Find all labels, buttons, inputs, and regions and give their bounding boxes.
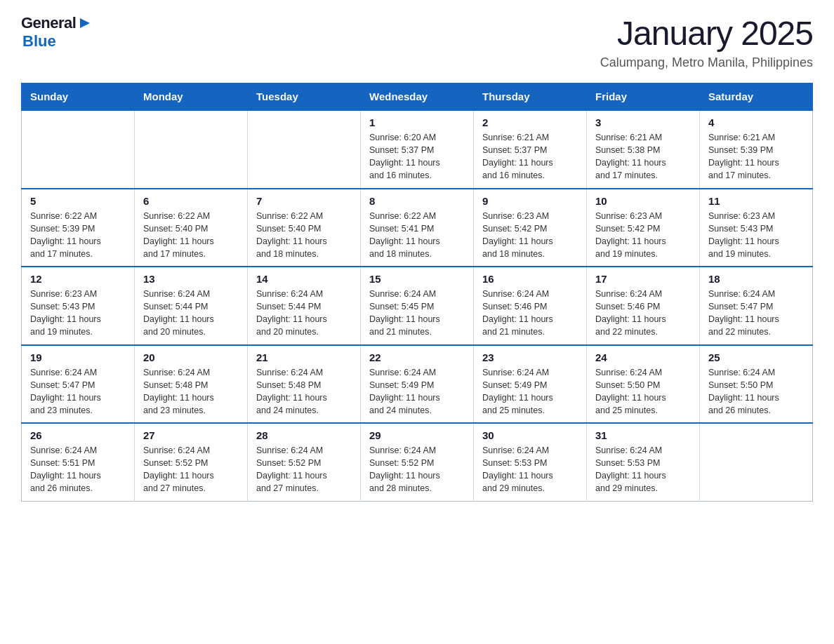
calendar-cell-w1-d4: 1Sunrise: 6:20 AMSunset: 5:37 PMDaylight… xyxy=(361,110,474,189)
calendar-cell-w1-d5: 2Sunrise: 6:21 AMSunset: 5:37 PMDaylight… xyxy=(474,110,587,189)
calendar-table: SundayMondayTuesdayWednesdayThursdayFrid… xyxy=(21,83,813,502)
calendar-cell-w4-d3: 21Sunrise: 6:24 AMSunset: 5:48 PMDayligh… xyxy=(248,345,361,424)
day-number: 21 xyxy=(256,351,352,363)
day-number: 5 xyxy=(30,195,126,207)
header-monday: Monday xyxy=(135,83,248,111)
logo-blue-text: Blue xyxy=(22,32,56,51)
day-info: Sunrise: 6:21 AMSunset: 5:38 PMDaylight:… xyxy=(595,131,691,182)
day-info: Sunrise: 6:24 AMSunset: 5:52 PMDaylight:… xyxy=(369,444,465,495)
day-info: Sunrise: 6:23 AMSunset: 5:42 PMDaylight:… xyxy=(595,210,691,261)
day-number: 3 xyxy=(595,116,691,128)
logo-general-text: General xyxy=(21,14,76,32)
calendar-cell-w4-d7: 25Sunrise: 6:24 AMSunset: 5:50 PMDayligh… xyxy=(700,345,813,424)
header-thursday: Thursday xyxy=(474,83,587,111)
day-info: Sunrise: 6:24 AMSunset: 5:51 PMDaylight:… xyxy=(30,444,126,495)
day-info: Sunrise: 6:24 AMSunset: 5:46 PMDaylight:… xyxy=(595,288,691,339)
day-number: 31 xyxy=(595,429,691,441)
calendar-cell-w5-d4: 29Sunrise: 6:24 AMSunset: 5:52 PMDayligh… xyxy=(361,423,474,501)
day-number: 30 xyxy=(482,429,578,441)
day-number: 2 xyxy=(482,116,578,128)
title-block: January 2025 Calumpang, Metro Manila, Ph… xyxy=(600,14,813,70)
day-number: 4 xyxy=(708,116,804,128)
day-number: 10 xyxy=(595,195,691,207)
calendar-week-3: 12Sunrise: 6:23 AMSunset: 5:43 PMDayligh… xyxy=(22,267,813,345)
calendar-cell-w2-d1: 5Sunrise: 6:22 AMSunset: 5:39 PMDaylight… xyxy=(22,189,135,267)
calendar-cell-w3-d3: 14Sunrise: 6:24 AMSunset: 5:44 PMDayligh… xyxy=(248,267,361,345)
calendar-cell-w5-d2: 27Sunrise: 6:24 AMSunset: 5:52 PMDayligh… xyxy=(135,423,248,501)
header-wednesday: Wednesday xyxy=(361,83,474,111)
day-number: 28 xyxy=(256,429,352,441)
svg-marker-0 xyxy=(80,18,90,28)
day-number: 8 xyxy=(369,195,465,207)
calendar-cell-w5-d3: 28Sunrise: 6:24 AMSunset: 5:52 PMDayligh… xyxy=(248,423,361,501)
header-tuesday: Tuesday xyxy=(248,83,361,111)
day-info: Sunrise: 6:24 AMSunset: 5:47 PMDaylight:… xyxy=(708,288,804,339)
day-info: Sunrise: 6:24 AMSunset: 5:49 PMDaylight:… xyxy=(482,366,578,417)
day-info: Sunrise: 6:23 AMSunset: 5:42 PMDaylight:… xyxy=(482,210,578,261)
day-info: Sunrise: 6:21 AMSunset: 5:37 PMDaylight:… xyxy=(482,131,578,182)
day-info: Sunrise: 6:22 AMSunset: 5:39 PMDaylight:… xyxy=(30,210,126,261)
day-number: 23 xyxy=(482,351,578,363)
day-number: 1 xyxy=(369,116,465,128)
day-info: Sunrise: 6:24 AMSunset: 5:45 PMDaylight:… xyxy=(369,288,465,339)
calendar-cell-w4-d6: 24Sunrise: 6:24 AMSunset: 5:50 PMDayligh… xyxy=(587,345,700,424)
header-sunday: Sunday xyxy=(22,83,135,111)
day-info: Sunrise: 6:24 AMSunset: 5:52 PMDaylight:… xyxy=(143,444,239,495)
calendar-cell-w5-d6: 31Sunrise: 6:24 AMSunset: 5:53 PMDayligh… xyxy=(587,423,700,501)
day-info: Sunrise: 6:23 AMSunset: 5:43 PMDaylight:… xyxy=(708,210,804,261)
day-number: 16 xyxy=(482,273,578,285)
day-number: 27 xyxy=(143,429,239,441)
calendar-cell-w2-d6: 10Sunrise: 6:23 AMSunset: 5:42 PMDayligh… xyxy=(587,189,700,267)
calendar-cell-w2-d4: 8Sunrise: 6:22 AMSunset: 5:41 PMDaylight… xyxy=(361,189,474,267)
day-number: 18 xyxy=(708,273,804,285)
day-number: 17 xyxy=(595,273,691,285)
calendar-cell-w2-d2: 6Sunrise: 6:22 AMSunset: 5:40 PMDaylight… xyxy=(135,189,248,267)
day-info: Sunrise: 6:22 AMSunset: 5:40 PMDaylight:… xyxy=(143,210,239,261)
calendar-week-5: 26Sunrise: 6:24 AMSunset: 5:51 PMDayligh… xyxy=(22,423,813,501)
calendar-cell-w4-d1: 19Sunrise: 6:24 AMSunset: 5:47 PMDayligh… xyxy=(22,345,135,424)
calendar-cell-w5-d1: 26Sunrise: 6:24 AMSunset: 5:51 PMDayligh… xyxy=(22,423,135,501)
day-number: 9 xyxy=(482,195,578,207)
day-number: 13 xyxy=(143,273,239,285)
day-info: Sunrise: 6:22 AMSunset: 5:41 PMDaylight:… xyxy=(369,210,465,261)
header-friday: Friday xyxy=(587,83,700,111)
calendar-cell-w2-d7: 11Sunrise: 6:23 AMSunset: 5:43 PMDayligh… xyxy=(700,189,813,267)
day-info: Sunrise: 6:22 AMSunset: 5:40 PMDaylight:… xyxy=(256,210,352,261)
page-title: January 2025 xyxy=(600,14,813,53)
day-info: Sunrise: 6:24 AMSunset: 5:53 PMDaylight:… xyxy=(482,444,578,495)
calendar-cell-w4-d5: 23Sunrise: 6:24 AMSunset: 5:49 PMDayligh… xyxy=(474,345,587,424)
calendar-week-1: 1Sunrise: 6:20 AMSunset: 5:37 PMDaylight… xyxy=(22,110,813,189)
calendar-cell-w4-d2: 20Sunrise: 6:24 AMSunset: 5:48 PMDayligh… xyxy=(135,345,248,424)
day-number: 6 xyxy=(143,195,239,207)
day-number: 22 xyxy=(369,351,465,363)
logo-arrow-icon xyxy=(77,15,93,31)
day-info: Sunrise: 6:24 AMSunset: 5:52 PMDaylight:… xyxy=(256,444,352,495)
day-number: 20 xyxy=(143,351,239,363)
calendar-cell-w5-d7 xyxy=(700,423,813,501)
calendar-week-4: 19Sunrise: 6:24 AMSunset: 5:47 PMDayligh… xyxy=(22,345,813,424)
day-number: 19 xyxy=(30,351,126,363)
calendar-cell-w3-d5: 16Sunrise: 6:24 AMSunset: 5:46 PMDayligh… xyxy=(474,267,587,345)
day-number: 14 xyxy=(256,273,352,285)
day-number: 7 xyxy=(256,195,352,207)
header-saturday: Saturday xyxy=(700,83,813,111)
day-info: Sunrise: 6:24 AMSunset: 5:50 PMDaylight:… xyxy=(708,366,804,417)
calendar-week-2: 5Sunrise: 6:22 AMSunset: 5:39 PMDaylight… xyxy=(22,189,813,267)
calendar-cell-w2-d5: 9Sunrise: 6:23 AMSunset: 5:42 PMDaylight… xyxy=(474,189,587,267)
calendar-cell-w5-d5: 30Sunrise: 6:24 AMSunset: 5:53 PMDayligh… xyxy=(474,423,587,501)
day-number: 12 xyxy=(30,273,126,285)
day-info: Sunrise: 6:21 AMSunset: 5:39 PMDaylight:… xyxy=(708,131,804,182)
calendar-cell-w4-d4: 22Sunrise: 6:24 AMSunset: 5:49 PMDayligh… xyxy=(361,345,474,424)
day-info: Sunrise: 6:24 AMSunset: 5:46 PMDaylight:… xyxy=(482,288,578,339)
calendar-cell-w2-d3: 7Sunrise: 6:22 AMSunset: 5:40 PMDaylight… xyxy=(248,189,361,267)
day-info: Sunrise: 6:20 AMSunset: 5:37 PMDaylight:… xyxy=(369,131,465,182)
calendar-cell-w1-d3 xyxy=(248,110,361,189)
logo: General Blue xyxy=(21,14,93,51)
calendar-cell-w1-d7: 4Sunrise: 6:21 AMSunset: 5:39 PMDaylight… xyxy=(700,110,813,189)
day-info: Sunrise: 6:24 AMSunset: 5:47 PMDaylight:… xyxy=(30,366,126,417)
calendar-header-row: SundayMondayTuesdayWednesdayThursdayFrid… xyxy=(22,83,813,111)
day-info: Sunrise: 6:24 AMSunset: 5:53 PMDaylight:… xyxy=(595,444,691,495)
day-number: 11 xyxy=(708,195,804,207)
calendar-cell-w1-d1 xyxy=(22,110,135,189)
day-number: 26 xyxy=(30,429,126,441)
